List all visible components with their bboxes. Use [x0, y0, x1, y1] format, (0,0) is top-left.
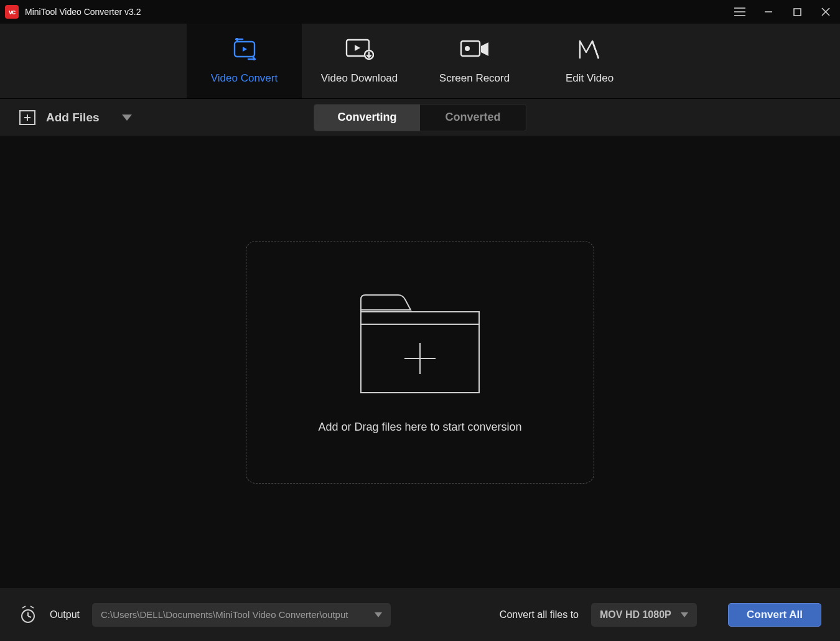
svg-rect-4 — [794, 9, 801, 16]
tab-label: Converting — [337, 111, 396, 124]
tab-converted[interactable]: Converted — [420, 105, 526, 131]
record-icon — [460, 37, 490, 61]
hamburger-menu-button[interactable] — [726, 0, 754, 24]
format-selected-text: MOV HD 1080P — [600, 609, 671, 620]
close-icon — [821, 7, 830, 16]
chevron-down-icon — [681, 612, 688, 617]
clock-icon[interactable] — [19, 606, 37, 624]
download-icon — [345, 37, 374, 61]
bottom-bar: Output C:\Users\DELL\Documents\MiniTool … — [0, 588, 840, 641]
nav-screen-record[interactable]: Screen Record — [417, 24, 532, 98]
minimize-button[interactable] — [754, 0, 783, 24]
nav-video-convert[interactable]: Video Convert — [187, 24, 302, 98]
output-path-text: C:\Users\DELL\Documents\MiniTool Video C… — [101, 609, 348, 620]
nav-label: Edit Video — [566, 72, 614, 85]
nav-video-download[interactable]: Video Download — [302, 24, 417, 98]
chevron-down-icon — [375, 612, 382, 617]
svg-line-26 — [30, 606, 34, 608]
convert-to-label: Convert all files to — [500, 609, 579, 620]
add-files-label: Add Files — [46, 111, 100, 124]
svg-marker-17 — [122, 115, 132, 121]
tab-converting[interactable]: Converting — [314, 105, 420, 131]
chevron-down-icon — [122, 115, 132, 121]
svg-line-25 — [22, 606, 26, 608]
nav-label: Video Convert — [211, 72, 278, 85]
tab-label: Converted — [445, 111, 500, 124]
svg-marker-28 — [681, 612, 688, 617]
format-select[interactable]: MOV HD 1080P — [591, 603, 697, 627]
toolbar: Add Files Converting Converted — [0, 98, 840, 136]
svg-marker-10 — [355, 45, 360, 51]
status-tabs: Converting Converted — [314, 104, 526, 131]
app-title: MiniTool Video Converter v3.2 — [25, 7, 141, 17]
dropzone[interactable]: Add or Drag files here to start conversi… — [246, 241, 594, 484]
maximize-button[interactable] — [783, 0, 811, 24]
edit-icon — [577, 37, 602, 61]
svg-point-13 — [465, 46, 470, 51]
output-path-select[interactable]: C:\Users\DELL\Documents\MiniTool Video C… — [92, 603, 391, 627]
svg-marker-27 — [375, 612, 382, 617]
svg-marker-8 — [243, 47, 247, 52]
convert-icon — [231, 37, 258, 61]
dropzone-hint: Add or Drag files here to start conversi… — [318, 421, 521, 434]
convert-all-label: Convert All — [747, 609, 803, 621]
main-area: Add or Drag files here to start conversi… — [0, 136, 840, 588]
close-button[interactable] — [811, 0, 840, 24]
add-file-icon — [19, 110, 36, 126]
svg-rect-12 — [461, 41, 480, 56]
minimize-icon — [764, 7, 773, 16]
hamburger-icon — [734, 7, 745, 16]
folder-plus-icon — [352, 290, 488, 402]
svg-line-24 — [28, 616, 31, 617]
nav-label: Screen Record — [439, 72, 510, 85]
convert-all-button[interactable]: Convert All — [728, 603, 821, 627]
nav-edit-video[interactable]: Edit Video — [532, 24, 647, 98]
app-logo-text: vc — [9, 8, 15, 16]
add-files-button[interactable]: Add Files — [19, 110, 132, 126]
top-nav: Video Convert Video Download Screen Reco… — [0, 24, 840, 98]
app-logo: vc — [5, 5, 19, 19]
output-label: Output — [50, 609, 80, 620]
titlebar: vc MiniTool Video Converter v3.2 — [0, 0, 840, 24]
nav-label: Video Download — [321, 72, 398, 85]
maximize-icon — [793, 8, 801, 16]
